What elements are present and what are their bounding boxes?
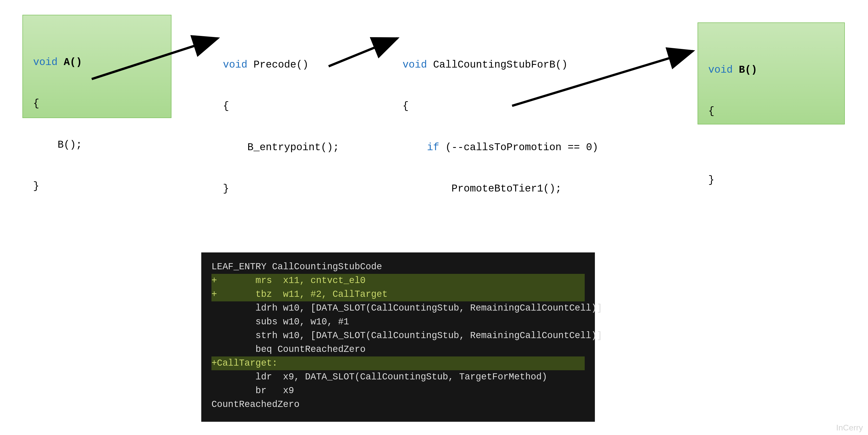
brace-open: {: [708, 105, 834, 118]
watermark: InCerry: [836, 423, 863, 432]
code-method-b: void B() { }: [708, 36, 834, 215]
asm-line-added: + mrs x11, cntvct_el0: [212, 274, 585, 288]
code-method-a: void A() { B(); }: [33, 28, 161, 221]
asm-line: ldrh w10, [DATA_SLOT(CallCountingStub, R…: [212, 303, 602, 313]
box-method-b: void B() { }: [698, 23, 845, 124]
keyword-void: void: [223, 59, 247, 70]
brace-close: }: [223, 182, 339, 196]
call-entrypoint: B_entrypoint();: [223, 141, 339, 154]
asm-line: strh w10, [DATA_SLOT(CallCountingStub, R…: [212, 330, 602, 341]
if-cond: (--callsToPromotion == 0): [439, 142, 598, 153]
brace-close: }: [708, 173, 834, 187]
fn-name-b: B(): [733, 64, 757, 76]
asm-line-added: + tbz w11, #2, CallTarget: [212, 288, 585, 301]
keyword-if: if: [427, 142, 439, 153]
fn-name-precode: Precode(): [247, 59, 309, 70]
asm-line: br x9: [212, 385, 294, 396]
keyword-void: void: [403, 59, 427, 70]
indent: [403, 142, 427, 153]
asm-label-added: +CallTarget:: [212, 356, 585, 370]
brace-open: {: [33, 97, 161, 111]
keyword-void: void: [33, 57, 58, 68]
keyword-void: void: [708, 64, 733, 76]
assembly-block: LEAF_ENTRY CallCountingStubCode + mrs x1…: [201, 253, 595, 422]
promote-line: PromoteBtoTier1();: [403, 182, 598, 196]
call-b-line: B();: [33, 138, 161, 152]
asm-line: beq CountReachedZero: [212, 344, 366, 355]
fn-name-a: A(): [58, 57, 82, 68]
brace-open: {: [223, 99, 339, 113]
asm-line: subs w10, w10, #1: [212, 317, 349, 327]
code-precode: void Precode() { B_entrypoint(); }: [223, 31, 339, 210]
asm-line: ldr x9, DATA_SLOT(CallCountingStub, Targ…: [212, 372, 547, 382]
asm-header: LEAF_ENTRY CallCountingStubCode: [212, 262, 382, 272]
fn-name-stub: CallCountingStubForB(): [427, 59, 568, 70]
asm-line: CountReachedZero: [212, 399, 300, 410]
box-method-a: void A() { B(); }: [23, 15, 172, 118]
brace-open: {: [403, 99, 598, 113]
brace-close: }: [33, 179, 161, 193]
